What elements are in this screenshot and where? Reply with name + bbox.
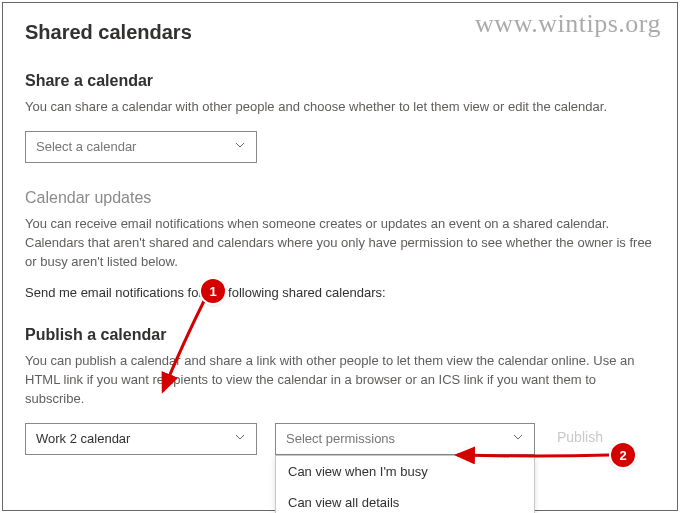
publish-calendar-dropdown-label: Work 2 calendar bbox=[36, 431, 130, 446]
annotation-badge-2: 2 bbox=[611, 443, 635, 467]
publish-button[interactable]: Publish bbox=[553, 423, 607, 451]
updates-section-desc: You can receive email notifications when… bbox=[25, 215, 655, 272]
publish-permissions-dropdown[interactable]: Select permissions bbox=[275, 423, 535, 455]
chevron-down-icon bbox=[234, 139, 246, 154]
publish-permissions-dropdown-label: Select permissions bbox=[286, 431, 395, 446]
share-calendar-dropdown-label: Select a calendar bbox=[36, 139, 136, 154]
share-section-title: Share a calendar bbox=[25, 72, 655, 90]
chevron-down-icon bbox=[512, 431, 524, 446]
share-calendar-dropdown[interactable]: Select a calendar bbox=[25, 131, 257, 163]
publish-calendar-dropdown[interactable]: Work 2 calendar bbox=[25, 423, 257, 455]
permission-option-all-details[interactable]: Can view all details bbox=[276, 487, 534, 513]
share-section-desc: You can share a calendar with other peop… bbox=[25, 98, 655, 117]
publish-section-title: Publish a calendar bbox=[25, 326, 655, 344]
annotation-badge-1: 1 bbox=[201, 279, 225, 303]
permissions-options-panel: Can view when I'm busy Can view all deta… bbox=[275, 455, 535, 513]
updates-section-title: Calendar updates bbox=[25, 189, 655, 207]
updates-section-sub: Send me email notifications for the foll… bbox=[25, 285, 655, 300]
permission-option-busy[interactable]: Can view when I'm busy bbox=[276, 456, 534, 487]
publish-section-desc: You can publish a calendar and share a l… bbox=[25, 352, 655, 409]
chevron-down-icon bbox=[234, 431, 246, 446]
page-title: Shared calendars bbox=[25, 21, 655, 44]
